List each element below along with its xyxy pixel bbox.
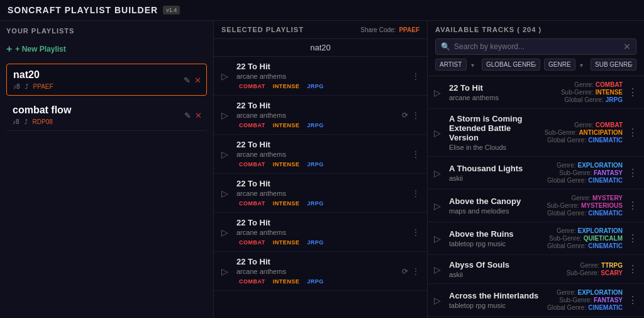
track-actions: ⋮: [412, 189, 419, 198]
rt-track-meta: Genre:EXPLORATION Sub-Genre:FANTASY Glob…: [547, 289, 623, 311]
music-icon: ♪8: [13, 83, 20, 90]
right-panel-header: AVAILABLE TRACKS ( 204 ) 🔍 ✕ ARTIST GLOB…: [428, 21, 644, 76]
track-more-icon[interactable]: ⋮: [628, 167, 638, 179]
playlist-meta: ♪8 ⤴ RDP08: [13, 118, 201, 125]
track-options-icon[interactable]: ⋮: [412, 111, 419, 120]
play-button[interactable]: ▷: [434, 128, 444, 138]
rt-track-info: Across the Hinterlands tabletop rpg musi…: [449, 291, 542, 309]
center-track-item: ▷ 22 To Hit arcane anthems COMBAT INTENS…: [214, 96, 427, 135]
rt-track-info: Abyss Of Souls askii: [449, 260, 562, 278]
track-options-icon[interactable]: ⋮: [412, 228, 419, 237]
search-input[interactable]: [454, 42, 619, 51]
tag-row: COMBAT INTENSE JRPG: [236, 161, 407, 168]
rt-track-meta: Genre:MYSTERY Sub-Genre:MYSTERIOUS Globa…: [547, 195, 623, 217]
app-title: SONCRAFT PLAYLIST BUILDER: [8, 5, 158, 15]
play-button[interactable]: ▷: [221, 266, 231, 276]
right-track-item: ▷ Above the Ruins tabletop rpg music Gen…: [428, 222, 644, 255]
track-more-icon[interactable]: ⋮: [628, 86, 638, 98]
edit-icon[interactable]: ✎: [184, 75, 191, 84]
center-track-item: ▷ 22 To Hit arcane anthems COMBAT INTENS…: [214, 57, 427, 96]
global-genre-filter[interactable]: GLOBAL GENRE: [482, 59, 540, 71]
plus-icon: +: [6, 43, 12, 55]
tag-combat: COMBAT: [236, 200, 268, 207]
genre-filter[interactable]: GENRE: [544, 59, 575, 71]
play-button[interactable]: ▷: [221, 188, 231, 198]
tag-jrpg: JRPG: [304, 161, 326, 168]
available-tracks-label: AVAILABLE TRACKS ( 204 ): [435, 26, 541, 33]
playlist-item[interactable]: combat flow ♪8 ⤴ RDP08 ✎ ✕: [6, 99, 207, 131]
close-search-icon[interactable]: ✕: [623, 42, 631, 52]
share-code-area: Share Code: PPAEF: [360, 26, 419, 33]
play-button[interactable]: ▷: [221, 110, 231, 120]
tag-row: COMBAT INTENSE JRPG: [236, 200, 407, 207]
track-title: 22 To Hit: [236, 218, 407, 227]
track-options-icon[interactable]: ⋮: [412, 189, 419, 198]
new-playlist-button[interactable]: + + New Playlist: [6, 41, 207, 57]
right-track-item: ▷ Abyss Of Souls askii Genre:TTRPG Sub-G…: [428, 255, 644, 284]
play-button[interactable]: ▷: [221, 227, 231, 237]
tag-combat: COMBAT: [236, 278, 268, 285]
track-title: 22 To Hit: [236, 179, 407, 188]
track-loop-icon[interactable]: ⟳: [402, 267, 408, 276]
track-artist: arcane anthems: [236, 111, 397, 119]
tag-intense: INTENSE: [270, 200, 303, 207]
rt-track-info: Above the Canopy maps and melodies: [449, 196, 541, 215]
playlist-code: RDP08: [33, 118, 53, 125]
track-info: 22 To Hit arcane anthems COMBAT INTENSE …: [236, 101, 397, 129]
play-button[interactable]: ▷: [434, 295, 444, 305]
track-options-icon[interactable]: ⋮: [412, 267, 419, 276]
tag-jrpg: JRPG: [304, 200, 326, 207]
track-info: 22 To Hit arcane anthems COMBAT INTENSE …: [236, 257, 397, 285]
playlist-item[interactable]: nat20 ♪8 ⤴ PPAEF ✎ ✕: [6, 64, 207, 96]
play-button[interactable]: ▷: [221, 71, 231, 81]
play-button[interactable]: ▷: [434, 264, 444, 275]
rt-track-artist: maps and melodies: [449, 207, 541, 215]
rt-track-artist: tabletop rpg music: [449, 302, 542, 309]
playlist-code: PPAEF: [33, 83, 53, 90]
track-options-icon[interactable]: ⋮: [412, 150, 419, 159]
rt-track-artist: tabletop rpg music: [449, 240, 542, 247]
your-playlists-label: YOUR PLAYLISTS: [6, 27, 207, 35]
playlist-meta: ♪8 ⤴ PPAEF: [13, 83, 200, 90]
tag-combat: COMBAT: [236, 239, 268, 246]
play-button[interactable]: ▷: [434, 88, 444, 98]
playlist-name: nat20: [13, 69, 200, 81]
track-more-icon[interactable]: ⋮: [628, 263, 638, 275]
center-track-item: ▷ 22 To Hit arcane anthems COMBAT INTENS…: [214, 213, 427, 252]
right-track-item: ▷ A Storm is Coming Extended Battle Vers…: [428, 109, 644, 157]
rt-track-title: Above the Canopy: [449, 196, 541, 206]
rt-track-info: Above the Ruins tabletop rpg music: [449, 229, 542, 247]
tag-row: COMBAT INTENSE JRPG: [236, 239, 407, 246]
delete-icon[interactable]: ✕: [194, 75, 201, 84]
track-actions: ⋮: [412, 228, 419, 237]
play-button[interactable]: ▷: [434, 168, 444, 178]
artist-filter[interactable]: ARTIST: [435, 59, 467, 71]
track-more-icon[interactable]: ⋮: [628, 200, 638, 212]
rt-track-title: Above the Ruins: [449, 229, 542, 239]
track-loop-icon[interactable]: ⟳: [402, 111, 408, 120]
track-info: 22 To Hit arcane anthems COMBAT INTENSE …: [236, 62, 407, 90]
play-button[interactable]: ▷: [434, 234, 444, 244]
track-more-icon[interactable]: ⋮: [628, 127, 638, 139]
tag-jrpg: JRPG: [304, 82, 326, 90]
play-button[interactable]: ▷: [434, 201, 444, 211]
track-more-icon[interactable]: ⋮: [628, 294, 638, 306]
sub-genre-filter-wrapper: SUB GENRE: [591, 59, 636, 71]
delete-icon[interactable]: ✕: [195, 110, 202, 120]
center-track-item: ▷ 22 To Hit arcane anthems COMBAT INTENS…: [214, 174, 427, 213]
track-actions: ⋮: [412, 72, 419, 81]
tag-intense: INTENSE: [270, 82, 303, 90]
track-actions: ⟳ ⋮: [402, 111, 419, 120]
left-panel: YOUR PLAYLISTS + + New Playlist nat20 ♪8…: [0, 21, 214, 318]
rt-track-artist: Elise in the Clouds: [449, 144, 540, 151]
search-icon: 🔍: [441, 42, 450, 51]
tag-combat: COMBAT: [236, 122, 268, 129]
tag-row: COMBAT INTENSE JRPG: [236, 82, 407, 90]
edit-icon[interactable]: ✎: [184, 110, 191, 120]
play-button[interactable]: ▷: [221, 149, 231, 159]
sub-genre-filter[interactable]: SUB GENRE: [591, 59, 636, 71]
rt-track-title: Across the Hinterlands: [449, 291, 542, 300]
track-more-icon[interactable]: ⋮: [628, 232, 638, 244]
right-track-item: ▷ A Thousand Lights askii Genre:EXPLORAT…: [428, 157, 644, 190]
track-options-icon[interactable]: ⋮: [412, 72, 419, 81]
